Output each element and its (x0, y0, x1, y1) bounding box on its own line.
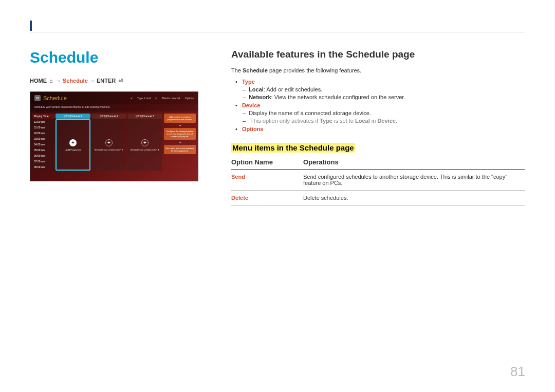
plus-icon: + (141, 139, 149, 146)
table-col-operations: Operations (303, 158, 525, 166)
chevron-down-icon: ▾ (164, 140, 196, 144)
ss-channels: [CH1]Channel 1 + + Add Programme [CH2]Ch… (55, 114, 163, 174)
highlight: Menu items in the Schedule page (231, 143, 355, 153)
ss-time-row: 05:00 am (32, 147, 55, 153)
page-top-divider (30, 32, 525, 32)
table-row-desc: Send configured schedules to another sto… (303, 174, 525, 186)
breadcrumb-home: HOME (30, 78, 47, 84)
ss-channel-2: [CH2]Channel 2 + Schedule your content o… (91, 114, 126, 174)
table-row: Send Send configured schedules to anothe… (231, 170, 525, 191)
ss-time-row: 01:00 am (32, 125, 55, 130)
ss-right-box: Add content to create a programme on the… (164, 114, 196, 123)
ss-header: 31 Schedule ✔ Type: Local ✔ Device: Inte… (30, 92, 198, 104)
ss-ch-body: + Schedule your content on CH 2. (91, 119, 126, 171)
ss-right-panel: Add content to create a programme on the… (164, 114, 196, 174)
ss-header-right: ✔ Type: Local ✔ Device: Internal Options (126, 97, 194, 100)
ss-time-row: 02:00 am (32, 130, 55, 136)
chevron-down-icon: ▾ (164, 123, 196, 127)
cal-day: 31 (36, 97, 40, 100)
table-row-desc: Delete schedules. (303, 195, 525, 201)
table-row-name: Send (231, 174, 303, 186)
feature-device-note: This option only activates if Type is se… (243, 118, 525, 124)
plus-icon: + (69, 139, 77, 146)
page-number: 81 (510, 364, 525, 380)
intro-text: The Schedule page provides the following… (231, 67, 525, 73)
ss-time-row: 12:00 am (32, 119, 55, 124)
feature-type-local: Local: Add or edit schedules. (243, 86, 525, 92)
ss-ch-header: [CH3]Channel 3 (127, 114, 162, 119)
ss-ch-header: [CH1]Channel 1 (55, 114, 90, 119)
feature-device-sublist: Display the name of a connected storage … (235, 110, 525, 124)
table-row-name: Delete (231, 195, 303, 201)
ss-time-row: 06:00 am (32, 153, 55, 158)
ss-time-row: 04:00 am (32, 142, 55, 147)
ss-subtitle: Schedule your content on a local channel… (30, 104, 198, 111)
feature-type-sublist: Local: Add or edit schedules. Network: V… (235, 86, 525, 100)
table-header: Option Name Operations (231, 158, 525, 170)
page-accent-bar (30, 21, 32, 31)
breadcrumb-enter: ENTER (97, 78, 116, 84)
ss-channel-1: [CH1]Channel 1 + + Add Programme (55, 114, 90, 174)
breadcrumb-arrow-1: → (55, 78, 61, 84)
plus-icon: + (105, 139, 113, 146)
feature-type: Type Local: Add or edit schedules. Netwo… (231, 79, 525, 100)
breadcrumb-arrow-2: → (89, 78, 95, 84)
ss-time-row: 03:00 am (32, 136, 55, 141)
right-column: Available features in the Schedule page … (231, 49, 525, 206)
calendar-icon: 31 (34, 95, 41, 101)
breadcrumb-schedule: Schedule (63, 78, 88, 84)
ss-time-row: 08:00 am (32, 164, 55, 170)
section-title: Available features in the Schedule page (231, 49, 525, 60)
ss-device-label: ✔ Device: Internal (155, 97, 180, 100)
feature-type-network: Network: View the network schedule confi… (243, 94, 525, 100)
ss-ch-body: + Schedule your content on CH 3. (127, 119, 162, 171)
feature-device: Device Display the name of a connected s… (231, 102, 525, 124)
feature-options-label: Options (242, 126, 264, 132)
ss-right-box: Configure the display duration to set ho… (164, 128, 196, 140)
menu-items-heading: Menu items in the Schedule page (231, 143, 525, 152)
ss-time-row: 07:00 am (32, 159, 55, 164)
ss-body: Playing Time 12:00 am 01:00 am 02:00 am … (30, 111, 198, 176)
ss-ch-header: [CH2]Channel 2 (91, 114, 126, 119)
ss-right-box: Set a start time and a stop time for the… (164, 145, 196, 154)
ss-times-column: Playing Time 12:00 am 01:00 am 02:00 am … (32, 114, 55, 174)
table-col-option-name: Option Name (231, 158, 303, 166)
enter-icon: ⏎ (117, 78, 124, 84)
ss-title: Schedule (43, 95, 67, 101)
ss-ch-label: + Add Programme (64, 148, 82, 151)
feature-device-line1: Display the name of a connected storage … (243, 110, 525, 116)
ss-type-label: ✔ Type: Local (131, 97, 151, 100)
schedule-screenshot: 31 Schedule ✔ Type: Local ✔ Device: Inte… (30, 91, 198, 181)
ss-time-header: Playing Time (32, 114, 55, 119)
ss-ch-body: + + Add Programme (55, 119, 90, 171)
feature-type-label: Type (242, 79, 255, 85)
home-icon: ⌂ (48, 78, 54, 84)
feature-options: Options (231, 126, 525, 132)
page-title: Schedule (30, 49, 207, 66)
ss-ch-label: Schedule your content on CH 3. (130, 148, 161, 151)
ss-ch-label: Schedule your content on CH 2. (94, 148, 125, 151)
left-column: Schedule HOME ⌂ → Schedule → ENTER ⏎ 31 … (30, 49, 207, 181)
table-row: Delete Delete schedules. (231, 191, 525, 206)
ss-channel-3: [CH3]Channel 3 + Schedule your content o… (127, 114, 162, 174)
breadcrumb: HOME ⌂ → Schedule → ENTER ⏎ (30, 78, 207, 84)
feature-device-label: Device (242, 102, 260, 108)
features-list: Type Local: Add or edit schedules. Netwo… (231, 79, 525, 132)
ss-options-label: Options (185, 97, 194, 100)
